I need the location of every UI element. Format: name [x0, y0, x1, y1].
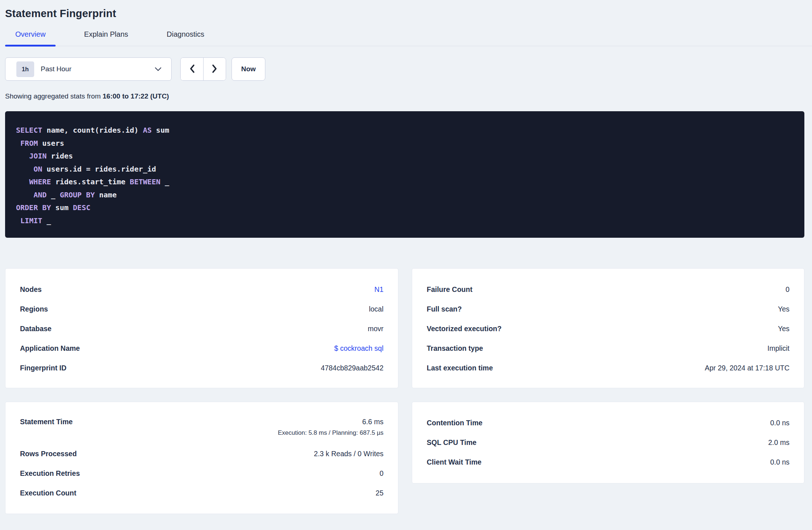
- stat-value: 0: [785, 285, 789, 294]
- stat-row-transaction-type: Transaction type Implicit: [427, 338, 789, 358]
- stat-label: Application Name: [20, 344, 80, 353]
- stat-row-client-wait-time: Client Wait Time 0.0 ns: [427, 452, 789, 472]
- stat-row-full-scan: Full scan? Yes: [427, 299, 789, 319]
- statement-performance-panel: Statement Time 6.6 ms Execution: 5.8 ms …: [5, 402, 398, 514]
- stat-row-last-execution-time: Last execution time Apr 29, 2024 at 17:1…: [427, 358, 789, 378]
- stat-label: Rows Processed: [20, 450, 77, 458]
- stat-label: Vectorized execution?: [427, 325, 502, 333]
- stat-label: SQL CPU Time: [427, 438, 477, 447]
- sql-statement-box: SELECT name, count(rides.id) AS sum FROM…: [5, 111, 804, 238]
- stat-row-fingerprint-id: Fingerprint ID 4784cb829aab2542: [20, 358, 383, 378]
- caption-prefix: Showing aggregated stats from: [5, 92, 102, 100]
- stat-label: Database: [20, 325, 52, 333]
- stat-row-nodes: Nodes N1: [20, 280, 383, 299]
- time-range-dropdown[interactable]: 1h Past Hour: [5, 57, 172, 81]
- stat-label: Contention Time: [427, 419, 482, 427]
- stat-label: Client Wait Time: [427, 458, 482, 466]
- tab-diagnostics[interactable]: Diagnostics: [157, 30, 214, 46]
- stat-row-vectorized-execution: Vectorized execution? Yes: [427, 319, 789, 338]
- stat-row-sql-cpu-time: SQL CPU Time 2.0 ms: [427, 433, 789, 452]
- stat-value: 0: [379, 469, 383, 478]
- stat-value: Yes: [778, 305, 789, 313]
- stat-label: Nodes: [20, 285, 42, 294]
- stat-label: Fingerprint ID: [20, 364, 67, 372]
- next-interval-button[interactable]: [203, 58, 226, 80]
- stat-row-rows-processed: Rows Processed 2.3 k Reads / 0 Writes: [20, 444, 383, 463]
- statement-details-panel: Nodes N1 Regions local Database movr App…: [5, 268, 398, 388]
- time-range-label: Past Hour: [41, 65, 71, 73]
- stat-label: Execution Count: [20, 489, 76, 497]
- stat-label: Execution Retries: [20, 469, 80, 478]
- now-button[interactable]: Now: [232, 57, 265, 81]
- stat-row-application-name: Application Name $ cockroach sql: [20, 338, 383, 358]
- stat-value: 4784cb829aab2542: [321, 364, 383, 372]
- stat-value: local: [369, 305, 383, 313]
- stat-value: Implicit: [767, 344, 789, 353]
- nodes-link[interactable]: N1: [374, 285, 383, 294]
- previous-interval-button[interactable]: [181, 58, 203, 80]
- stat-value: Yes: [778, 325, 789, 333]
- stat-row-execution-count: Execution Count 25: [20, 483, 383, 503]
- aggregation-caption: Showing aggregated stats from 16:00 to 1…: [5, 92, 804, 100]
- chevron-right-icon: [212, 64, 218, 75]
- statement-attributes-panel: Failure Count 0 Full scan? Yes Vectorize…: [412, 268, 804, 388]
- stat-value: 25: [375, 489, 383, 497]
- stat-label: Failure Count: [427, 285, 473, 294]
- chevron-left-icon: [189, 64, 195, 75]
- stat-label: Regions: [20, 305, 48, 313]
- stat-value: 2.3 k Reads / 0 Writes: [314, 450, 383, 458]
- stat-label: Statement Time: [20, 418, 73, 426]
- stat-value: movr: [368, 325, 383, 333]
- stat-label: Last execution time: [427, 364, 493, 372]
- stat-value: 0.0 ns: [770, 458, 789, 466]
- stat-value: 2.0 ms: [768, 438, 789, 447]
- statement-wait-times-panel: Contention Time 0.0 ns SQL CPU Time 2.0 …: [412, 402, 804, 483]
- stat-value: 0.0 ns: [770, 419, 789, 427]
- chevron-down-icon: [154, 67, 162, 72]
- tab-explain-plans[interactable]: Explain Plans: [74, 30, 138, 46]
- tab-overview[interactable]: Overview: [5, 30, 56, 46]
- stat-row-failure-count: Failure Count 0: [427, 280, 789, 299]
- stat-row-database: Database movr: [20, 319, 383, 338]
- page-title: Statement Fingerprint: [5, 0, 804, 20]
- time-nav-group: [180, 57, 226, 81]
- tab-bar: Overview Explain Plans Diagnostics: [5, 30, 812, 46]
- stat-row-statement-time: Statement Time 6.6 ms Execution: 5.8 ms …: [20, 413, 383, 444]
- stat-label: Transaction type: [427, 344, 483, 353]
- stat-value: Apr 29, 2024 at 17:18 UTC: [705, 364, 789, 372]
- application-name-link[interactable]: $ cockroach sql: [334, 344, 383, 353]
- stat-subvalue: Execution: 5.8 ms / Planning: 687.5 µs: [278, 429, 383, 437]
- stat-row-contention-time: Contention Time 0.0 ns: [427, 413, 789, 433]
- stat-row-regions: Regions local: [20, 299, 383, 319]
- stat-row-execution-retries: Execution Retries 0: [20, 463, 383, 483]
- stat-label: Full scan?: [427, 305, 462, 313]
- caption-time-range: 16:00 to 17:22 (UTC): [102, 92, 169, 100]
- sql-statement: SELECT name, count(rides.id) AS sum FROM…: [16, 124, 793, 227]
- stat-value: 6.6 ms: [362, 418, 383, 426]
- time-picker-row: 1h Past Hour Now: [5, 57, 804, 81]
- time-range-badge: 1h: [16, 61, 34, 77]
